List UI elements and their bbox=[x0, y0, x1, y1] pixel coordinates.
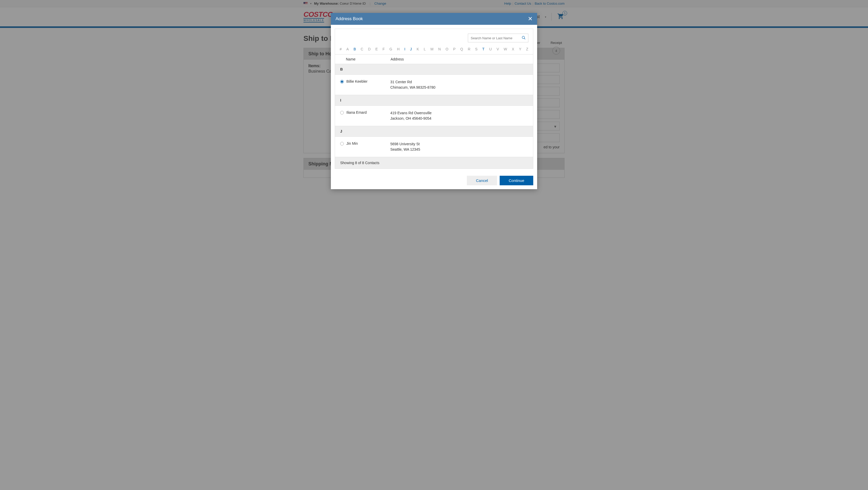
alpha-T[interactable]: T bbox=[482, 47, 485, 51]
section-letter: I bbox=[335, 95, 533, 105]
alpha-Q: Q bbox=[460, 47, 463, 51]
alpha-F: F bbox=[382, 47, 385, 51]
continue-button[interactable]: Continue bbox=[500, 176, 533, 182]
alpha-W: W bbox=[504, 47, 507, 51]
contact-row[interactable]: Billie Keebler31 Center RdChimacum, WA 9… bbox=[335, 74, 533, 95]
alpha-M: M bbox=[430, 47, 433, 51]
alpha-P: P bbox=[453, 47, 456, 51]
showing-count: Showing 8 of 8 Contacts bbox=[335, 157, 533, 169]
alpha-N: N bbox=[438, 47, 441, 51]
alpha-O: O bbox=[446, 47, 448, 51]
alpha-V: V bbox=[497, 47, 499, 51]
section-letter: B bbox=[335, 64, 533, 74]
svg-point-0 bbox=[522, 36, 524, 38]
svg-line-1 bbox=[524, 38, 525, 39]
col-name-header: Name bbox=[340, 57, 391, 61]
address-book-modal: Address Book ✕ #ABCDEFGHIJKLMNOPQRSTUVWX… bbox=[331, 13, 537, 182]
col-address-header: Address bbox=[391, 57, 528, 61]
search-input[interactable] bbox=[468, 34, 528, 42]
alpha-#: # bbox=[340, 47, 342, 51]
contact-name: Billie Keebler bbox=[346, 79, 390, 84]
alpha-R: R bbox=[468, 47, 470, 51]
contact-address: 419 Evans Rd OwensvilleJackson, OH 45640… bbox=[390, 110, 432, 121]
alpha-H: H bbox=[397, 47, 400, 51]
contact-name: Jin Min bbox=[346, 141, 390, 146]
alpha-X: X bbox=[512, 47, 514, 51]
radio-button[interactable] bbox=[340, 142, 344, 146]
alpha-Z: Z bbox=[526, 47, 528, 51]
alpha-E: E bbox=[375, 47, 378, 51]
alpha-D: D bbox=[368, 47, 371, 51]
contact-name: Iliana Emard bbox=[346, 110, 390, 115]
alpha-B[interactable]: B bbox=[353, 47, 356, 51]
contact-address: 5698 University StSeattle, WA 12345 bbox=[390, 141, 420, 152]
contact-row[interactable]: Jin Min5698 University StSeattle, WA 123… bbox=[335, 136, 533, 157]
cancel-button[interactable]: Cancel bbox=[467, 176, 497, 182]
close-icon[interactable]: ✕ bbox=[528, 16, 532, 22]
alpha-I[interactable]: I bbox=[404, 47, 405, 51]
radio-button[interactable] bbox=[340, 111, 344, 115]
alpha-A: A bbox=[346, 47, 349, 51]
alpha-U: U bbox=[489, 47, 492, 51]
contact-row[interactable]: Iliana Emard419 Evans Rd OwensvilleJacks… bbox=[335, 105, 533, 126]
alpha-L: L bbox=[424, 47, 426, 51]
alpha-C: C bbox=[361, 47, 363, 51]
alpha-index: #ABCDEFGHIJKLMNOPQRSTUVWXYZ bbox=[335, 47, 533, 54]
alpha-G: G bbox=[390, 47, 392, 51]
alpha-J[interactable]: J bbox=[410, 47, 412, 51]
modal-title: Address Book bbox=[336, 16, 363, 22]
section-letter: J bbox=[335, 126, 533, 136]
alpha-S: S bbox=[475, 47, 477, 51]
radio-button[interactable] bbox=[340, 80, 344, 84]
search-icon[interactable] bbox=[522, 36, 526, 41]
contact-address: 31 Center RdChimacum, WA 98325-8780 bbox=[390, 79, 436, 90]
alpha-K: K bbox=[417, 47, 419, 51]
alpha-Y: Y bbox=[519, 47, 521, 51]
